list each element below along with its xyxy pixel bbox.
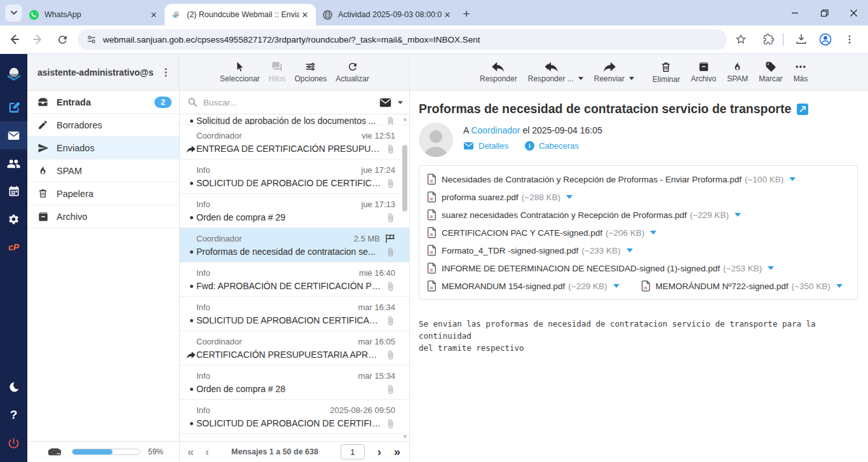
attachment-menu-caret[interactable] xyxy=(768,266,774,270)
list-item-selected[interactable]: Coordinador 2.5 MB Proformas de necesida… xyxy=(180,228,409,262)
attachment-menu-caret[interactable] xyxy=(735,213,741,217)
attachment-link[interactable]: suarez necesidades Contratación y Recepc… xyxy=(427,209,741,221)
attachment-menu-caret[interactable] xyxy=(613,284,620,288)
site-info-icon[interactable] xyxy=(86,34,97,44)
options-button[interactable]: Opciones xyxy=(294,61,327,83)
list-item[interactable]: Infomié 16:40 Fwd: APROBACIÓN DE CERTIFI… xyxy=(180,262,409,297)
rail-mail-button[interactable] xyxy=(0,121,27,149)
attachment-link[interactable]: Formato_4_TDR -signed-signed.pdf (~233 K… xyxy=(427,245,633,256)
attachment-link[interactable]: Necesidades de Contratación y Recepción … xyxy=(427,173,796,185)
attachment-menu-caret[interactable] xyxy=(627,248,633,252)
list-item[interactable]: Solicitud de aprobación de los documento… xyxy=(180,114,409,125)
sidebar-item-spam[interactable]: SPAM xyxy=(27,160,179,182)
rail-settings-button[interactable] xyxy=(0,205,27,233)
attachment-menu-caret[interactable] xyxy=(789,177,796,181)
rail-contacts-button[interactable] xyxy=(0,149,27,177)
sidebar-item-archivo[interactable]: Archivo xyxy=(27,205,179,228)
tab-roundcube-active[interactable]: (2) Roundcube Webmail :: Envia ✕ xyxy=(165,4,316,25)
details-toggle[interactable]: Detalles xyxy=(463,141,508,151)
sidebar-item-entrada[interactable]: Entrada 2 xyxy=(27,91,179,114)
downloads-icon[interactable] xyxy=(791,29,811,50)
search-input[interactable]: Buscar... xyxy=(203,98,379,107)
tab-close-icon[interactable]: ✕ xyxy=(299,9,311,20)
list-item[interactable]: Info2025-08-26 09:50 SOLICITUD DE APROBA… xyxy=(180,400,409,434)
sidebar-item-papelera[interactable]: Papelera xyxy=(27,182,179,205)
tab-close-icon[interactable]: ✕ xyxy=(148,9,159,20)
list-item[interactable]: Infojue 17:24 SOLICITUD DE APROBACIO DE … xyxy=(180,160,409,194)
page-input[interactable]: 1 xyxy=(341,444,365,459)
open-in-new-window-icon[interactable] xyxy=(797,104,808,115)
attachment-link[interactable]: INFORME DE DETERMINACION DE NECESIDAD-si… xyxy=(427,262,774,274)
tab-whatsapp[interactable]: WhatsApp ✕ xyxy=(22,4,165,25)
forward-button[interactable] xyxy=(28,29,48,50)
attachment-menu-caret[interactable] xyxy=(566,195,573,199)
sidebar-item-enviados[interactable]: Enviados xyxy=(27,137,179,160)
browser-menu-icon[interactable] xyxy=(839,29,860,50)
attachment-menu-caret[interactable] xyxy=(650,231,656,234)
next-page-button[interactable]: › xyxy=(377,445,381,459)
refresh-button[interactable]: Actualizar xyxy=(336,61,369,83)
flag-icon[interactable] xyxy=(385,234,395,243)
attachment-icon xyxy=(386,213,395,222)
extensions-icon[interactable] xyxy=(759,29,779,50)
tag-icon xyxy=(765,61,776,72)
rail-calendar-button[interactable] xyxy=(0,177,27,205)
threads-button[interactable]: Hilos xyxy=(269,61,286,83)
search-options-caret[interactable] xyxy=(398,101,403,104)
profile-avatar-icon[interactable] xyxy=(815,29,836,50)
tab-close-icon[interactable]: ✕ xyxy=(442,9,453,20)
reply-all-menu-caret[interactable] xyxy=(578,77,583,80)
list-item[interactable]: Infojue 17:13 Orden de compra # 29 xyxy=(180,194,409,228)
logout-button[interactable] xyxy=(0,429,27,457)
scroll-up-icon[interactable]: ▲ xyxy=(402,116,408,122)
scroll-down-icon[interactable]: ▼ xyxy=(402,433,408,440)
new-tab-button[interactable]: + xyxy=(458,6,475,22)
tab-actividad[interactable]: Actividad 2025-09-03 08:00:00 ✕ xyxy=(316,4,458,25)
close-window-button[interactable] xyxy=(839,0,868,25)
search-bar[interactable]: Buscar... xyxy=(180,91,409,114)
tab-search-button[interactable] xyxy=(5,4,22,22)
recipient-link[interactable]: Coordinador xyxy=(471,125,520,135)
delete-button[interactable]: Eliminar xyxy=(653,61,680,84)
reload-button[interactable] xyxy=(52,29,72,50)
headers-toggle[interactable]: i Cabeceras xyxy=(525,141,579,151)
sidebar-item-borradores[interactable]: Borradores xyxy=(27,114,179,137)
search-scope-mail-icon[interactable] xyxy=(379,98,391,107)
attachment-link[interactable]: proforma suarez.pdf (~288 KB) xyxy=(427,191,573,203)
mark-button[interactable]: Marcar xyxy=(759,61,782,83)
more-button[interactable]: Más xyxy=(794,61,808,83)
help-button[interactable]: ? xyxy=(0,401,27,429)
list-item[interactable]: Infomar 16:34 SOLICITUD DE APROBACION CE… xyxy=(180,297,409,331)
address-bar[interactable]: webmail.sanjuan.gob.ec/cpsess4955827172/… xyxy=(78,29,727,50)
list-item[interactable]: Coordinadormar 16:05 CERTIFICACIÓN PRESU… xyxy=(180,331,409,365)
attachment-link[interactable]: MEMORÁNDUM Nº722-signed.pdf (~350 KB) xyxy=(641,280,843,292)
prev-page-button[interactable]: ‹ xyxy=(205,445,209,459)
back-button[interactable] xyxy=(4,29,24,50)
folder-menu-icon[interactable]: ⋮ xyxy=(153,66,179,78)
forward-menu-caret[interactable] xyxy=(629,77,634,80)
attachment-link[interactable]: MEMORANDUM 154-signed.pdf (~229 KB) xyxy=(427,280,620,292)
restore-button[interactable] xyxy=(810,0,839,25)
first-page-button[interactable]: « xyxy=(187,445,194,459)
attachment-link[interactable]: CERTIFICACION PAC Y CATE-signed.pdf (~20… xyxy=(427,227,656,238)
compose-button[interactable] xyxy=(0,93,27,121)
pdf-file-icon xyxy=(427,262,436,274)
forward-button[interactable]: Reenviar xyxy=(594,61,625,83)
last-page-button[interactable]: » xyxy=(394,445,400,459)
archive-button[interactable]: Archivo xyxy=(691,61,716,83)
select-button[interactable]: Seleccionar xyxy=(220,61,260,83)
bookmark-star-icon[interactable] xyxy=(731,29,751,50)
reply-button[interactable]: Responder xyxy=(480,61,517,83)
roundcube-logo[interactable] xyxy=(0,60,27,88)
attachment-menu-caret[interactable] xyxy=(836,284,843,288)
attachments-box: Necesidades de Contratación y Recepción … xyxy=(419,165,858,300)
minimize-button[interactable] xyxy=(780,0,810,25)
reply-all-button[interactable]: Responder ... xyxy=(528,61,574,83)
dark-mode-toggle[interactable] xyxy=(0,373,27,401)
scrollbar-thumb[interactable] xyxy=(402,145,407,212)
cpanel-logo[interactable]: cP xyxy=(0,233,27,261)
list-item[interactable]: Coordinadorvie 12:51 ENTREGA DE CERTIFIC… xyxy=(180,125,409,160)
list-scrollbar[interactable]: ▲ ▼ xyxy=(400,114,409,441)
spam-button[interactable]: SPAM xyxy=(727,61,748,83)
list-item[interactable]: Infomar 15:34 Orden de compra # 28 xyxy=(180,365,409,400)
